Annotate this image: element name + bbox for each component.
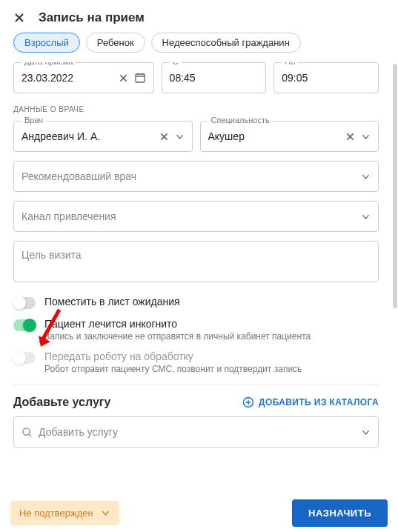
add-from-catalog-label: ДОБАВИТЬ ИЗ КАТАЛОГА (259, 397, 379, 408)
add-from-catalog-link[interactable]: ДОБАВИТЬ ИЗ КАТАЛОГА (242, 396, 379, 408)
toggle-incognito-label: Пациент лечится инкогнито (44, 318, 311, 330)
calendar-icon[interactable] (134, 72, 146, 84)
time-from-label: С (170, 62, 182, 66)
divider (13, 385, 379, 385)
time-to-label: По (282, 62, 298, 66)
status-label: Не подтвержден (19, 508, 93, 519)
time-to-field[interactable]: По 09:05 (273, 62, 379, 93)
toggle-robot-row: Передать роботу на обработку Робот отпра… (13, 350, 379, 374)
svg-rect-0 (136, 74, 145, 82)
toggle-incognito-row: Пациент лечится инкогнито Запись и заклю… (13, 318, 379, 342)
toggle-waitlist-row: Поместить в лист ожидания (13, 296, 379, 309)
time-to-value: 09:05 (282, 72, 371, 84)
tab-child[interactable]: Ребенок (86, 33, 145, 53)
time-from-value: 08:45 (170, 72, 259, 84)
section-doctor-label: ДАННЫЕ О ВРАЧЕ (13, 105, 379, 113)
chevron-down-icon[interactable] (361, 428, 371, 437)
referring-doctor-field[interactable]: Рекомендовавший врач (13, 161, 379, 192)
toggle-waitlist[interactable] (13, 297, 36, 309)
date-field[interactable]: Дата приёма 23.03.2022 (13, 62, 154, 93)
clear-icon[interactable] (345, 132, 355, 142)
toggle-robot-sub: Робот отправит пациенту СМС, позвонит и … (44, 364, 302, 374)
doctor-label: Врач (21, 116, 46, 124)
visit-purpose-placeholder: Цель визита (21, 249, 82, 261)
chevron-down-icon (101, 508, 110, 518)
status-pill[interactable]: Не подтвержден (10, 501, 119, 525)
clear-icon[interactable] (119, 73, 128, 83)
tab-incapacitated[interactable]: Недееспособный гражданин (151, 33, 301, 53)
chevron-down-icon[interactable] (175, 132, 185, 142)
specialty-field[interactable]: Специальность Акушер (200, 121, 379, 152)
visit-purpose-field[interactable]: Цель визита (13, 241, 379, 282)
referring-doctor-placeholder: Рекомендовавший врач (21, 170, 361, 182)
toggle-incognito-sub: Запись и заключение не отправятся в личн… (44, 331, 311, 342)
page-title: Запись на прием (39, 10, 145, 25)
doctor-value: Андреевич И. А. (21, 130, 159, 142)
doctor-field[interactable]: Врач Андреевич И. А. (13, 121, 193, 152)
scrollbar[interactable] (393, 64, 397, 308)
search-icon (21, 427, 33, 438)
channel-placeholder: Канал привлечения (21, 210, 361, 222)
channel-field[interactable]: Канал привлечения (13, 201, 379, 232)
toggle-robot (13, 352, 36, 364)
clear-icon[interactable] (159, 132, 169, 142)
chevron-down-icon[interactable] (361, 172, 371, 182)
date-label: Дата приёма (21, 62, 76, 66)
assign-button[interactable]: НАЗНАЧИТЬ (292, 499, 388, 527)
chevron-down-icon[interactable] (361, 132, 371, 142)
toggle-robot-label: Передать роботу на обработку (44, 350, 302, 362)
service-search-field[interactable]: Добавить услугу (13, 416, 379, 448)
close-icon[interactable] (13, 12, 25, 24)
tab-adult[interactable]: Взрослый (13, 33, 80, 53)
toggle-incognito[interactable] (13, 319, 36, 331)
service-search-placeholder: Добавить услугу (39, 426, 355, 438)
plus-circle-icon (242, 396, 254, 408)
date-value: 23.03.2022 (21, 72, 119, 84)
specialty-value: Акушер (208, 130, 346, 142)
toggle-waitlist-label: Поместить в лист ожидания (44, 296, 180, 307)
specialty-label: Специальность (208, 116, 273, 124)
chevron-down-icon[interactable] (361, 212, 371, 222)
time-from-field[interactable]: С 08:45 (162, 62, 267, 93)
svg-point-2 (23, 428, 30, 434)
services-title: Добавьте услугу (13, 396, 110, 409)
